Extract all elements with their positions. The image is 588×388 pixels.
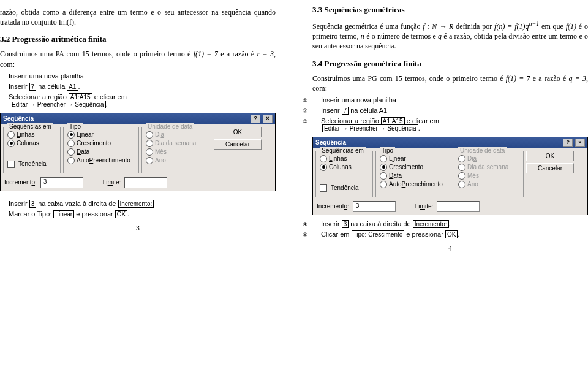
step-text: Inserir [321,107,342,114]
sequence-dialog-linear: Seqüência ? × Seqüências em Linhas Colun… [0,113,276,191]
radio-ano: Ano [458,181,519,188]
math: f(n) = f(1)q [494,22,529,31]
para-pg-definition: Sequência geométrica é uma função f : N … [312,20,588,51]
group-label: Tipo [67,123,83,130]
step-text: Inserir [321,220,342,227]
boxed-range: A1:A15 [69,93,92,101]
radio-crescimento[interactable]: Crescimento [380,164,447,171]
radio-auto[interactable]: AutoPreenchimento [380,181,447,188]
text: e a razão é [218,50,257,58]
help-icon[interactable]: ? [251,115,260,123]
label-incremento: Incremento: [4,179,37,186]
step-marker: ⑤ [0,211,9,218]
math-sup: n−1 [529,20,540,27]
dialog-title-text: Seqüência [3,115,34,122]
step-2: ②Inserir 7 na célula A1. [10,83,276,90]
label-limite: Limite: [103,179,121,186]
group-unidade: Unidade de data Dia Dia da semana Mês An… [454,151,524,197]
math: f(1) = 7 [194,50,218,58]
radio-linear[interactable]: Linear [67,131,135,139]
radio-data[interactable]: Data [67,148,135,156]
cancel-button[interactable]: Cancelar [526,163,574,173]
increment-input[interactable]: 3 [353,201,396,212]
step-text: Marcar o Tipo: [9,210,53,218]
page-number: 4 [312,244,588,253]
boxed-button: OK [115,210,127,218]
page-number: 3 [0,224,276,233]
radio-auto[interactable]: AutoPreenchimento [67,157,135,164]
boxed-value: 7 [342,107,349,115]
step-text: na caixa vazia à direita de [36,200,118,207]
step-text: . [78,83,80,90]
radio-colunas[interactable]: Colunas [320,164,369,171]
radio-dia-semana: Dia da semana [458,164,519,171]
step-marker: ① [312,97,321,104]
ok-button[interactable]: OK [526,151,574,161]
step-text: . [418,124,420,132]
radio-crescimento[interactable]: Crescimento [67,140,135,147]
step-3: ③Selecionar a região A1:A15 e clicar em … [322,117,588,132]
limit-input[interactable] [437,201,480,212]
step-1: ①Inserir uma nova planilha [10,72,276,80]
ok-button[interactable]: OK [214,127,262,137]
step-5: ⑤Clicar em Tipo: Crescimento e pressiona… [322,230,588,238]
step-text: . [127,210,129,218]
increment-input[interactable]: 3 [40,177,83,188]
step-text: e clicar em [405,117,439,124]
text: Construímos uma PA com 15 termos, onde o… [0,50,194,58]
radio-data[interactable]: Data [380,172,447,180]
heading-seq-geom: 3.3 Sequências geométricas [312,5,588,15]
step-3: ③Selecionar a região A1:A15 e clicar em … [10,93,276,108]
limit-input[interactable] [124,177,167,188]
step-text: na célula [36,83,67,90]
boxed-menu: Editar → Preencher → Seqüência [322,124,418,132]
radio-mes: Mês [146,148,207,156]
cancel-button[interactable]: Cancelar [214,139,262,150]
page-4: 3.3 Sequências geométricas Sequência geo… [294,0,588,388]
boxed-cell: A1 [67,83,78,91]
group-direction: Seqüências em Linhas Colunas Tendência [315,151,373,197]
text: e a razão é [530,74,569,83]
para-ratio-definition: razão, obtida como a diferença entre um … [0,7,276,27]
boxed-option: Tipo: Crescimento [352,230,405,238]
group-direction: Seqüências em Linhas Colunas Tendência [3,127,61,173]
step-marker: ③ [312,118,321,124]
step-text: Inserir uma nova planilha [9,72,84,80]
dialog-buttons: OK Cancelar [526,151,574,197]
radio-linhas[interactable]: Linhas [320,155,369,162]
close-icon[interactable]: × [263,115,273,123]
radio-dia-semana: Dia da semana [146,140,207,147]
step-2: ②Inserir 7 na célula A1 [322,107,588,114]
page-3: razão, obtida como a diferença entre um … [0,0,294,388]
para-pg-setup: Construímos uma PG com 15 termos, onde o… [312,74,588,93]
boxed-label: Incremento: [118,200,154,208]
chk-tendencia[interactable]: Tendência [320,184,369,192]
group-tipo: Tipo Linear Crescimento Data AutoPreench… [63,127,139,173]
step-5: ⑤Marcar o Tipo: Linear e pressionar OK. [10,210,276,218]
text: em que [539,22,565,31]
help-icon[interactable]: ? [563,139,573,147]
radio-dia: Dia [146,131,207,139]
group-label: Tipo [380,147,395,154]
close-icon[interactable]: × [575,139,585,147]
step-text: e pressionar [74,210,115,218]
group-label: Unidade de data [458,147,507,154]
boxed-range: A1:A15 [381,117,405,125]
step-4: ④Inserir 3 na caixa vazia à direita de I… [10,200,276,207]
radio-linear[interactable]: Linear [380,155,447,162]
para-pa-setup: Construímos uma PA com 15 termos, onde o… [0,49,276,69]
step-text: Inserir uma nova planilha [321,96,396,104]
opt-text: inhas [20,131,35,138]
boxed-value: 7 [29,83,37,91]
step-marker: ④ [0,201,9,207]
radio-colunas[interactable]: Colunas [7,140,56,147]
radio-linhas[interactable]: Linhas [7,131,56,139]
step-text: Clicar em [321,230,352,238]
step-4: ④Inserir 3 na caixa à direita de Increme… [322,220,588,227]
radio-ano: Ano [146,157,207,164]
math: f(1) [566,22,576,31]
math: r = 3 [257,50,274,58]
step-text: na célula A1 [349,107,387,114]
chk-tendencia[interactable]: Tendência [7,161,56,168]
step-text: e pressionar [404,230,445,238]
